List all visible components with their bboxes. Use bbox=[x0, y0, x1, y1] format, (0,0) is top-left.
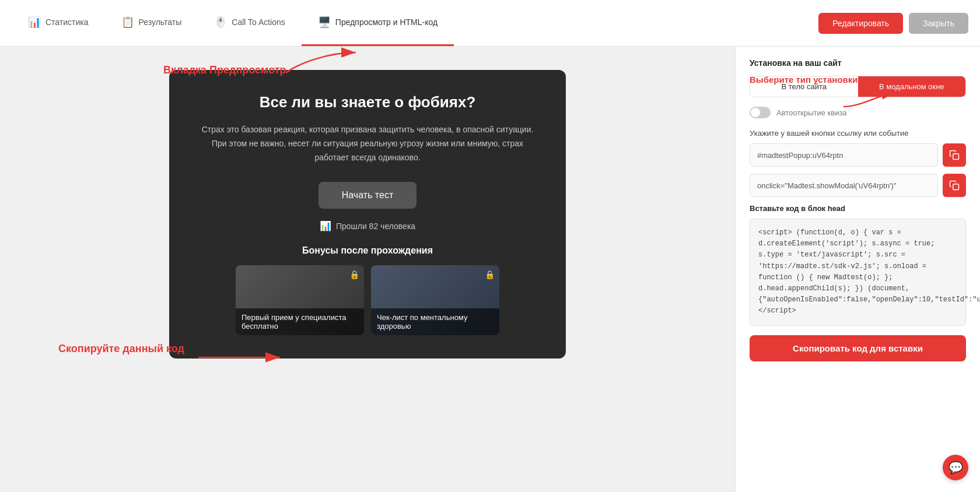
quiz-description: Страх это базовая реакция, которая призв… bbox=[198, 123, 537, 164]
cta-icon: 🖱️ bbox=[214, 16, 227, 29]
svg-rect-6 bbox=[953, 184, 959, 190]
code-block-title: Вставьте код в блок head bbox=[750, 204, 966, 213]
tab-results[interactable]: 📋 Результаты bbox=[105, 0, 198, 46]
quiz-bonuses-title: Бонусы после прохождения bbox=[198, 245, 537, 256]
field-label: Укажите у вашей кнопки ссылку или событи… bbox=[750, 129, 966, 138]
auto-open-toggle[interactable] bbox=[750, 107, 771, 118]
lock-icon-1: 🔒 bbox=[349, 270, 359, 279]
chat-button[interactable]: 💬 bbox=[943, 455, 968, 480]
quiz-bonus-cards: 🔒 Первый прием у специалиста бесплатно 🔒… bbox=[198, 265, 537, 335]
quiz-card: Все ли вы знаете о фобиях? Страх это баз… bbox=[169, 70, 566, 359]
quiz-title: Все ли вы знаете о фобиях? bbox=[198, 93, 537, 111]
onclick-input[interactable] bbox=[750, 174, 938, 197]
quiz-start-button[interactable]: Начать тест bbox=[318, 182, 416, 209]
preview-panel: Вкладка Предпросмотр Все ли вы знаете о bbox=[0, 47, 735, 492]
copy-popup-link-button[interactable] bbox=[943, 143, 966, 167]
close-button[interactable]: Закрыть bbox=[909, 13, 968, 34]
quiz-stats-icon: 📊 bbox=[320, 220, 331, 231]
quiz-stats: 📊 Прошли 82 человека bbox=[198, 220, 537, 231]
tab-preview[interactable]: 🖥️ Предпросмотр и HTML-код bbox=[302, 0, 454, 46]
settings-panel: Установка на ваш сайт В тело сайта В мод… bbox=[735, 47, 980, 492]
popup-link-input[interactable] bbox=[750, 143, 938, 167]
results-icon: 📋 bbox=[121, 16, 134, 29]
tab-statistics[interactable]: 📊 Статистика bbox=[12, 0, 105, 46]
quiz-bonus-card-1: 🔒 Первый прием у специалиста бесплатно bbox=[236, 265, 364, 335]
svg-rect-5 bbox=[953, 154, 959, 160]
top-navigation: 📊 Статистика 📋 Результаты 🖱️ Call To Act… bbox=[0, 0, 980, 47]
copy-icon-1 bbox=[949, 150, 960, 160]
edit-button[interactable]: Редактировать bbox=[818, 13, 903, 34]
preview-icon: 🖥️ bbox=[318, 16, 331, 29]
install-title: Установка на ваш сайт bbox=[750, 58, 966, 68]
copy-onclick-button[interactable] bbox=[943, 174, 966, 197]
tab-results-label: Результаты bbox=[139, 17, 182, 27]
tab-statistics-label: Статистика bbox=[46, 17, 89, 27]
input-onclick-row bbox=[750, 174, 966, 197]
main-layout: Вкладка Предпросмотр Все ли вы знаете о bbox=[0, 47, 980, 492]
quiz-stats-text: Прошли 82 человека bbox=[336, 222, 415, 231]
nav-actions: Редактировать Закрыть bbox=[818, 13, 968, 34]
bonus-label-2: Чек-лист по ментальному здоровью bbox=[371, 308, 499, 335]
quiz-bonus-card-2: 🔒 Чек-лист по ментальному здоровью bbox=[371, 265, 499, 335]
annotation-type-arrow bbox=[844, 89, 949, 110]
copy-code-button[interactable]: Скопировать код для вставки bbox=[750, 335, 966, 361]
nav-tabs: 📊 Статистика 📋 Результаты 🖱️ Call To Act… bbox=[12, 0, 818, 46]
annotation-type-label: Выберите тип установки bbox=[750, 75, 858, 85]
input-popup-row bbox=[750, 143, 966, 167]
tab-cta[interactable]: 🖱️ Call To Actions bbox=[198, 0, 302, 46]
tab-preview-label: Предпросмотр и HTML-код bbox=[335, 17, 438, 27]
copy-icon-2 bbox=[949, 180, 960, 191]
head-code-block: <script> (function(d, o) { var s = d.cre… bbox=[750, 219, 966, 326]
statistics-icon: 📊 bbox=[28, 16, 41, 29]
bonus-label-1: Первый прием у специалиста бесплатно bbox=[236, 308, 364, 335]
tab-cta-label: Call To Actions bbox=[232, 17, 285, 27]
toggle-label: Автооткрытие квиза bbox=[776, 108, 847, 117]
lock-icon-2: 🔒 bbox=[485, 270, 495, 279]
annotation-code-label: Скопируйте данный код bbox=[58, 343, 184, 354]
